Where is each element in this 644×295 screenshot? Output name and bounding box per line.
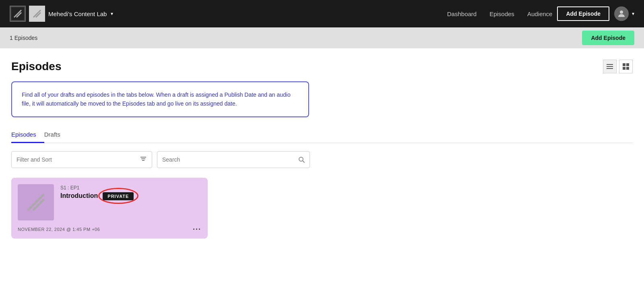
avatar-icon bbox=[617, 9, 626, 19]
logo-icon bbox=[13, 9, 22, 18]
nav-audience[interactable]: Audience bbox=[527, 10, 553, 17]
add-episode-nav-button[interactable]: Add Episode bbox=[557, 6, 609, 21]
page-header-row: Episodes bbox=[11, 60, 633, 73]
main-content: Episodes Find all of your drafts an bbox=[0, 48, 644, 295]
episode-info: S1 : EP1 Introduction PRIVATE bbox=[60, 184, 201, 199]
info-box: Find all of your drafts and episodes in … bbox=[11, 81, 309, 117]
podcast-dropdown-arrow[interactable]: ▾ bbox=[111, 11, 113, 17]
search-button[interactable] bbox=[298, 156, 305, 163]
episode-thumb-icon bbox=[26, 192, 46, 212]
logo-icon-inner bbox=[11, 7, 24, 20]
tabs-row: Episodes Drafts bbox=[11, 127, 633, 143]
svg-rect-5 bbox=[607, 64, 613, 65]
svg-line-16 bbox=[303, 161, 304, 162]
list-view-icon bbox=[606, 63, 613, 70]
episode-season: S1 : EP1 bbox=[60, 185, 201, 191]
episode-title: Introduction bbox=[60, 192, 98, 199]
grid-view-button[interactable] bbox=[619, 60, 633, 73]
svg-rect-9 bbox=[626, 63, 629, 66]
svg-rect-8 bbox=[623, 63, 625, 66]
page-title: Episodes bbox=[11, 60, 61, 73]
svg-rect-11 bbox=[626, 67, 629, 70]
episode-card-bottom: NOVEMBER 22, 2024 @ 1:45 PM +06 ··· bbox=[11, 220, 208, 239]
svg-rect-7 bbox=[607, 68, 613, 69]
svg-rect-10 bbox=[623, 67, 625, 70]
avatar-dropdown-arrow[interactable]: ▾ bbox=[632, 11, 634, 17]
search-box bbox=[157, 151, 310, 168]
view-toggle bbox=[603, 60, 633, 73]
svg-point-4 bbox=[620, 10, 623, 14]
nav-dashboard[interactable]: Dashboard bbox=[447, 10, 477, 17]
info-box-text: Find all of your drafts and episodes in … bbox=[22, 90, 299, 108]
logo-box-light bbox=[29, 6, 45, 22]
navbar: Mehedi's Content Lab ▾ Dashboard Episode… bbox=[0, 0, 644, 27]
avatar bbox=[614, 6, 629, 21]
svg-rect-6 bbox=[607, 66, 613, 67]
private-badge-wrapper: PRIVATE bbox=[103, 192, 134, 199]
filter-box bbox=[11, 151, 152, 168]
svg-line-18 bbox=[33, 199, 44, 210]
episode-thumbnail bbox=[18, 184, 54, 220]
tab-drafts[interactable]: Drafts bbox=[44, 127, 68, 143]
private-badge: PRIVATE bbox=[103, 192, 134, 200]
nav-links: Dashboard Episodes Audience bbox=[447, 10, 553, 17]
logo-box-dark bbox=[10, 6, 26, 22]
episodes-count: 1 Episodes bbox=[10, 35, 37, 41]
nav-episodes[interactable]: Episodes bbox=[489, 10, 514, 17]
subheader: 1 Episodes Add Episode bbox=[0, 27, 644, 48]
search-input[interactable] bbox=[162, 156, 295, 163]
filter-sort-icon bbox=[140, 155, 147, 164]
episode-more-button[interactable]: ··· bbox=[193, 225, 201, 234]
episode-date: NOVEMBER 22, 2024 @ 1:45 PM +06 bbox=[18, 227, 100, 232]
logo-icon-light bbox=[33, 9, 41, 18]
episode-title-row: Introduction PRIVATE bbox=[60, 192, 201, 199]
list-view-button[interactable] bbox=[603, 60, 617, 73]
podcast-name: Mehedi's Content Lab bbox=[48, 10, 107, 17]
filter-row bbox=[11, 151, 633, 168]
logo-area: Mehedi's Content Lab ▾ bbox=[10, 6, 113, 22]
episode-card: S1 : EP1 Introduction PRIVATE NOVEMBER 2… bbox=[11, 178, 208, 239]
search-icon bbox=[298, 156, 305, 163]
avatar-area[interactable]: ▾ bbox=[614, 6, 634, 21]
add-episode-sub-button[interactable]: Add Episode bbox=[582, 31, 634, 45]
filter-input[interactable] bbox=[17, 156, 136, 163]
grid-view-icon bbox=[622, 63, 630, 70]
episode-card-top: S1 : EP1 Introduction PRIVATE bbox=[11, 178, 208, 220]
tab-episodes[interactable]: Episodes bbox=[11, 127, 44, 143]
